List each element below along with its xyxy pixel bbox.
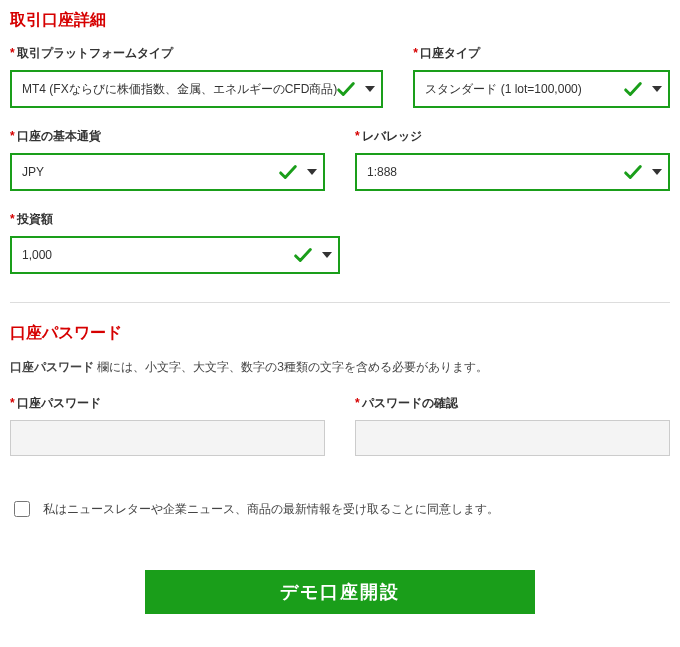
check-icon <box>292 244 314 266</box>
divider <box>10 302 670 303</box>
check-icon <box>277 161 299 183</box>
select-leverage-value: 1:888 <box>367 165 624 179</box>
submit-button[interactable]: デモ口座開設 <box>145 570 535 614</box>
select-account-type-value: スタンダード (1 lot=100,000) <box>425 81 624 98</box>
consent-label: 私はニュースレターや企業ニュース、商品の最新情報を受け取ることに同意します。 <box>43 501 499 518</box>
section-title-account-details: 取引口座詳細 <box>10 10 670 31</box>
label-base-currency: *口座の基本通貨 <box>10 128 325 145</box>
label-leverage: *レバレッジ <box>355 128 670 145</box>
chevron-down-icon <box>307 169 317 175</box>
label-password-confirm: *パスワードの確認 <box>355 395 670 412</box>
select-base-currency-value: JPY <box>22 165 279 179</box>
select-platform-type-value: MT4 (FXならびに株価指数、金属、エネルギーのCFD商品) <box>22 81 337 98</box>
label-investment: *投資額 <box>10 211 340 228</box>
section-title-password: 口座パスワード <box>10 323 670 344</box>
select-account-type[interactable]: スタンダード (1 lot=100,000) <box>413 70 670 108</box>
label-account-type: *口座タイプ <box>413 45 670 62</box>
password-confirm-input[interactable] <box>355 420 670 456</box>
select-leverage[interactable]: 1:888 <box>355 153 670 191</box>
label-platform-type: *取引プラットフォームタイプ <box>10 45 383 62</box>
password-input[interactable] <box>10 420 325 456</box>
password-helper-text: 口座パスワード 欄には、小文字、大文字、数字の3種類の文字を含める必要があります… <box>10 358 670 377</box>
check-icon <box>335 78 357 100</box>
select-base-currency[interactable]: JPY <box>10 153 325 191</box>
check-icon <box>622 161 644 183</box>
check-icon <box>622 78 644 100</box>
chevron-down-icon <box>365 86 375 92</box>
select-platform-type[interactable]: MT4 (FXならびに株価指数、金属、エネルギーのCFD商品) <box>10 70 383 108</box>
select-investment-value: 1,000 <box>22 248 294 262</box>
chevron-down-icon <box>652 169 662 175</box>
consent-checkbox[interactable] <box>14 501 30 517</box>
select-investment[interactable]: 1,000 <box>10 236 340 274</box>
chevron-down-icon <box>652 86 662 92</box>
label-password: *口座パスワード <box>10 395 325 412</box>
chevron-down-icon <box>322 252 332 258</box>
